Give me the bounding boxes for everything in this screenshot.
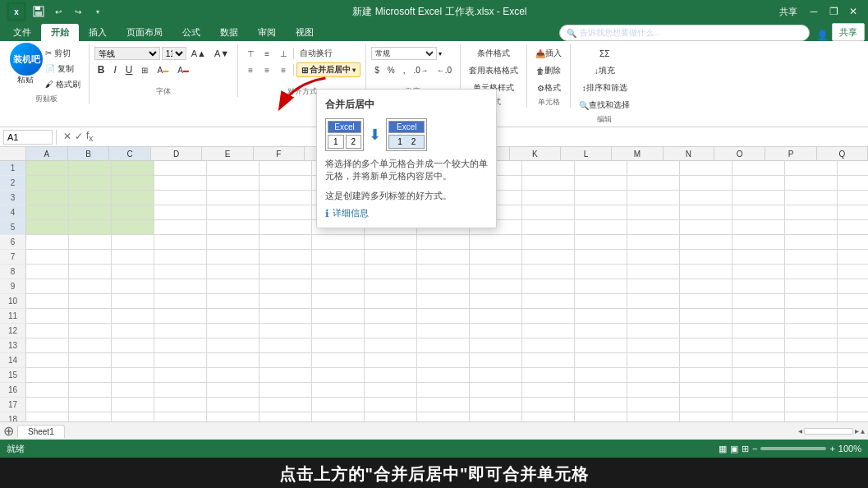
grid-cell[interactable] [312, 338, 365, 353]
grid-cell[interactable] [785, 235, 838, 250]
grid-cell[interactable] [575, 176, 627, 191]
grid-cell[interactable] [522, 235, 575, 250]
percent-button[interactable]: % [384, 62, 398, 77]
share-button-label[interactable]: 共享 [779, 6, 797, 18]
grid-cell[interactable] [838, 161, 868, 176]
grid-cell[interactable] [69, 191, 112, 205]
grid-cell[interactable] [69, 412, 112, 421]
grid-cell[interactable] [259, 235, 312, 250]
grid-cell[interactable] [312, 250, 365, 265]
qat-customize[interactable]: ▾ [90, 4, 105, 19]
font-name-select[interactable]: 等线 [94, 47, 160, 60]
grid-cell[interactable] [26, 353, 69, 368]
grid-cell[interactable] [417, 309, 470, 324]
grid-cell[interactable] [733, 309, 785, 324]
grid-cell[interactable] [154, 368, 207, 383]
grid-cell[interactable] [259, 398, 312, 412]
grid-cell[interactable] [112, 398, 154, 412]
top-align[interactable]: ⊤ [243, 47, 258, 60]
window-minimize[interactable]: ─ [806, 4, 822, 19]
bottom-align[interactable]: ⊥ [276, 47, 291, 60]
row-number[interactable]: 8 [0, 265, 26, 279]
grid-cell[interactable] [680, 235, 733, 250]
grid-cell[interactable] [26, 205, 69, 220]
grid-cell[interactable] [69, 383, 112, 398]
grid-cell[interactable] [838, 191, 868, 205]
grid-cell[interactable] [69, 235, 112, 250]
grid-cell[interactable] [69, 309, 112, 324]
grid-cell[interactable] [26, 383, 69, 398]
grid-cell[interactable] [575, 412, 627, 421]
col-header-d[interactable]: D [151, 147, 202, 160]
grid-cell[interactable] [785, 294, 838, 309]
grid-cell[interactable] [470, 324, 522, 338]
grid-cell[interactable] [733, 265, 785, 279]
wrap-text-button[interactable]: 自动换行 [296, 46, 336, 61]
col-header-c[interactable]: C [109, 147, 151, 160]
grid-cell[interactable] [26, 279, 69, 294]
row-number[interactable]: 7 [0, 250, 26, 265]
center-align[interactable]: ≡ [259, 63, 274, 76]
grid-cell[interactable] [680, 309, 733, 324]
grid-cell[interactable] [417, 412, 470, 421]
grid-cell[interactable] [259, 412, 312, 421]
grid-cell[interactable] [69, 368, 112, 383]
v-scroll-up[interactable]: ▴ [861, 426, 865, 435]
grid-cell[interactable] [680, 398, 733, 412]
grid-cell[interactable] [785, 265, 838, 279]
grid-cell[interactable] [207, 205, 259, 220]
grid-cell[interactable] [470, 235, 522, 250]
share-button[interactable]: 共享 [832, 23, 865, 41]
view-break[interactable]: ⊞ [742, 444, 749, 454]
grid-cell[interactable] [522, 398, 575, 412]
grid-cell[interactable] [627, 161, 680, 176]
grid-cell[interactable] [522, 205, 575, 220]
grid-cell[interactable] [680, 383, 733, 398]
qat-undo[interactable]: ↩ [51, 4, 66, 19]
grid-cell[interactable] [838, 412, 868, 421]
grid-cell[interactable] [627, 398, 680, 412]
grid-cell[interactable] [154, 398, 207, 412]
row-number[interactable]: 1 [0, 161, 26, 176]
tab-data[interactable]: 数据 [210, 24, 248, 41]
grid-cell[interactable] [365, 309, 417, 324]
decrease-decimal[interactable]: ←.0 [434, 62, 455, 77]
col-header-q[interactable]: Q [817, 147, 868, 160]
grid-cell[interactable] [312, 398, 365, 412]
zoom-slider[interactable] [760, 447, 826, 450]
grid-cell[interactable] [522, 279, 575, 294]
grid-cell[interactable] [522, 324, 575, 338]
grid-cell[interactable] [838, 220, 868, 235]
grid-cell[interactable] [838, 383, 868, 398]
right-align[interactable]: ≡ [276, 63, 291, 76]
grid-cell[interactable] [522, 191, 575, 205]
grid-cell[interactable] [733, 279, 785, 294]
grid-cell[interactable] [627, 205, 680, 220]
grid-cell[interactable] [627, 220, 680, 235]
grid-cell[interactable] [312, 235, 365, 250]
grid-cell[interactable] [627, 338, 680, 353]
grid-cell[interactable] [838, 294, 868, 309]
grid-cell[interactable] [838, 279, 868, 294]
col-header-a[interactable]: A [26, 147, 68, 160]
grid-cell[interactable] [154, 324, 207, 338]
grid-cell[interactable] [733, 368, 785, 383]
grid-cell[interactable] [733, 205, 785, 220]
grid-cell[interactable] [627, 309, 680, 324]
grid-cell[interactable] [207, 383, 259, 398]
row-number[interactable]: 13 [0, 338, 26, 353]
grid-cell[interactable] [312, 368, 365, 383]
grid-cell[interactable] [838, 398, 868, 412]
tab-home[interactable]: 开始 [41, 24, 79, 41]
grid-cell[interactable] [575, 235, 627, 250]
grid-cell[interactable] [154, 191, 207, 205]
row-number[interactable]: 12 [0, 324, 26, 338]
grid-cell[interactable] [838, 324, 868, 338]
grid-cell[interactable] [154, 294, 207, 309]
grid-cell[interactable] [680, 205, 733, 220]
grid-cell[interactable] [112, 412, 154, 421]
grid-cell[interactable] [69, 324, 112, 338]
grid-cell[interactable] [522, 265, 575, 279]
grid-cell[interactable] [26, 412, 69, 421]
border-button[interactable]: ⊞ [138, 62, 151, 77]
